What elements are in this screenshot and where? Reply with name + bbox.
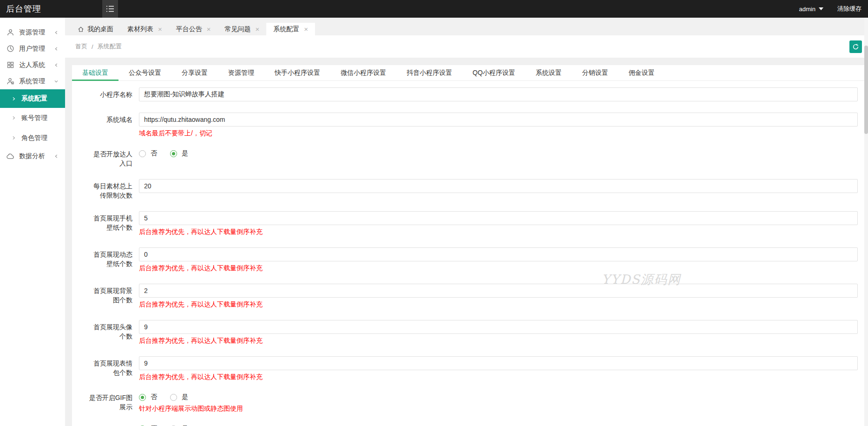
person-icon: [7, 28, 14, 36]
field-label: 首页展现动态 壁纸个数: [72, 247, 132, 273]
tab-distribution-settings[interactable]: 分销设置: [572, 65, 618, 80]
field-label: 注册是否强制 填写邀请码: [72, 424, 132, 426]
home-icon: [78, 26, 84, 33]
daily-upload-limit-input[interactable]: [139, 179, 858, 193]
breadcrumb-row: 首页 / 系统配置: [65, 35, 868, 58]
form-row-home-live-wallpaper-count: 首页展现动态 壁纸个数 后台推荐为优先，再以达人下载量倒序补充: [72, 247, 858, 273]
hamburger-icon: [105, 5, 115, 13]
radio-checked-icon: [170, 150, 177, 157]
clear-cache-button[interactable]: 清除缓存: [837, 5, 861, 13]
tab-commission-settings[interactable]: 佣金设置: [618, 65, 665, 80]
home-live-wallpaper-count-input[interactable]: [139, 247, 858, 261]
sidebar-item-data-analysis[interactable]: 数据分析: [0, 148, 65, 164]
arrow-right-icon: [11, 115, 16, 120]
field-hint: 后台推荐为优先，再以达人下载量倒序补充: [139, 227, 858, 236]
refresh-icon: [852, 43, 859, 50]
topbar: 后台管理 admin 清除缓存: [0, 0, 868, 18]
sidebar-item-role-management[interactable]: 角色管理: [0, 128, 65, 148]
field-label: 系统域名: [72, 113, 132, 138]
radio-group: 否 是: [139, 424, 858, 426]
field-label: 小程序名称: [72, 87, 132, 101]
form-row-gif-display: 是否开启GIF图 展示 否 是 针对小程序端展示动图或静态图使用: [72, 393, 858, 413]
scrollbar-thumb[interactable]: [864, 46, 868, 134]
arrow-right-icon: [11, 135, 16, 140]
close-icon[interactable]: ×: [207, 26, 211, 33]
tab-resource-management[interactable]: 资源管理: [218, 65, 264, 80]
field-hint: 针对小程序端展示动图或静态图使用: [139, 404, 858, 413]
home-background-count-input[interactable]: [139, 284, 858, 298]
window-tabstrip: 我的桌面 素材列表 × 平台公告 × 常见问题 × 系统配置 ×: [65, 18, 868, 35]
home-emoji-count-input[interactable]: [139, 356, 858, 370]
radio-option-yes[interactable]: 是: [170, 149, 188, 158]
scrollbar: [864, 18, 868, 426]
field-label: 首页展现头像 个数: [72, 320, 132, 345]
form-row-home-avatar-count: 首页展现头像 个数 后台推荐为优先，再以达人下载量倒序补充: [72, 320, 858, 345]
radio-checked-icon: [139, 394, 146, 401]
tab-wechat-miniapp-settings[interactable]: 微信小程序设置: [330, 65, 396, 80]
form-row-daily-upload-limit: 每日素材总上 传限制次数: [72, 179, 858, 200]
field-label: 是否开放达人 入口: [72, 149, 132, 168]
tab-qq-miniapp-settings[interactable]: QQ小程序设置: [462, 65, 526, 80]
radio-option-yes[interactable]: 是: [170, 393, 188, 401]
tab-my-desktop[interactable]: 我的桌面: [71, 23, 120, 35]
field-label: 是否开启GIF图 展示: [72, 393, 132, 413]
home-phone-wallpaper-count-input[interactable]: [139, 211, 858, 225]
refresh-button[interactable]: [849, 40, 862, 53]
tab-faq[interactable]: 常见问题 ×: [218, 23, 267, 35]
sidebar-item-system-config[interactable]: 系统配置: [0, 89, 65, 108]
tab-platform-announcement[interactable]: 平台公告 ×: [169, 23, 218, 35]
radio-icon: [139, 150, 146, 157]
sidebar-item-users[interactable]: 用户管理: [0, 40, 65, 57]
radio-icon: [170, 394, 177, 401]
sidebar-toggle-button[interactable]: [102, 0, 118, 18]
app-title: 后台管理: [0, 3, 41, 14]
sidebar-item-system[interactable]: 系统管理: [0, 73, 65, 89]
tab-douyin-miniapp-settings[interactable]: 抖音小程序设置: [396, 65, 462, 80]
field-label: 首页展现表情 包个数: [72, 356, 132, 381]
admin-person-icon: [7, 77, 14, 85]
tab-share-settings[interactable]: 分享设置: [171, 65, 218, 80]
tab-kuaishou-miniapp-settings[interactable]: 快手小程序设置: [264, 65, 330, 80]
radio-group: 否 是: [139, 393, 858, 402]
tab-system-config[interactable]: 系统配置 ×: [266, 23, 315, 35]
field-hint: 域名最后不要带上/，切记: [139, 129, 858, 138]
field-label: 首页展现背景 图个数: [72, 284, 132, 309]
field-label: 首页展现手机 壁纸个数: [72, 211, 132, 236]
field-hint: 后台推荐为优先，再以达人下载量倒序补充: [139, 373, 858, 381]
radio-option-no[interactable]: 否: [139, 393, 157, 401]
radio-option-no[interactable]: 否: [139, 149, 157, 158]
sidebar-item-resources[interactable]: 资源管理: [0, 24, 65, 40]
close-icon[interactable]: ×: [256, 26, 260, 33]
main-panel: 基础设置 公众号设置 分享设置 资源管理 快手小程序设置 微信小程序设置 抖音小…: [72, 65, 864, 426]
sidebar-item-experts[interactable]: 达人系统: [0, 57, 65, 73]
cloud-icon: [7, 152, 14, 160]
tab-material-list[interactable]: 素材列表 ×: [120, 23, 169, 35]
breadcrumb-separator: /: [92, 43, 93, 50]
clock-circle-icon: [7, 45, 14, 53]
mini-program-name-input[interactable]: [139, 87, 858, 101]
chevron-left-icon: [53, 62, 59, 68]
form-row-home-background-count: 首页展现背景 图个数 后台推荐为优先，再以达人下载量倒序补充: [72, 284, 858, 309]
sidebar-item-account-management[interactable]: 账号管理: [0, 108, 65, 128]
form-row-system-domain: 系统域名 域名最后不要带上/，切记: [72, 113, 858, 138]
form-row-home-emoji-count: 首页展现表情 包个数 后台推荐为优先，再以达人下载量倒序补充: [72, 356, 858, 381]
tab-official-account-settings[interactable]: 公众号设置: [118, 65, 171, 80]
tab-basic-settings[interactable]: 基础设置: [72, 65, 118, 80]
settings-tabs: 基础设置 公众号设置 分享设置 资源管理 快手小程序设置 微信小程序设置 抖音小…: [72, 65, 864, 81]
grid-icon: [7, 61, 14, 69]
home-avatar-count-input[interactable]: [139, 320, 858, 334]
breadcrumb-current: 系统配置: [98, 42, 122, 51]
close-icon[interactable]: ×: [304, 26, 308, 33]
user-name: admin: [799, 6, 815, 13]
breadcrumb-home[interactable]: 首页: [75, 42, 87, 51]
field-hint: 后台推荐为优先，再以达人下载量倒序补充: [139, 336, 858, 345]
field-hint: 后台推荐为优先，再以达人下载量倒序补充: [139, 264, 858, 273]
field-hint: 后台推荐为优先，再以达人下载量倒序补充: [139, 300, 858, 309]
system-domain-input[interactable]: [139, 113, 858, 126]
close-icon[interactable]: ×: [158, 26, 162, 33]
arrow-right-icon: [11, 96, 16, 101]
chevron-down-icon: [53, 79, 59, 84]
tab-system-settings[interactable]: 系统设置: [526, 65, 572, 80]
sidebar: 资源管理 用户管理 达人系统 系统管理: [0, 18, 65, 426]
user-menu[interactable]: admin: [799, 6, 823, 13]
